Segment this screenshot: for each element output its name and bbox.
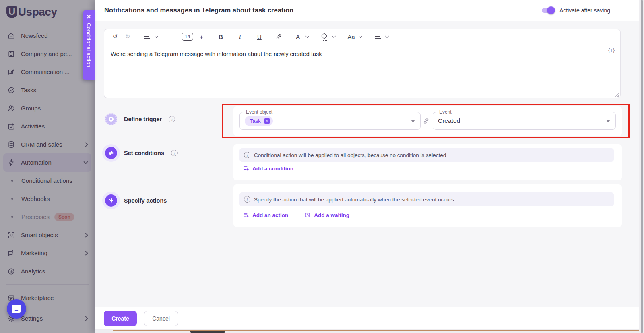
trigger-card: Event object Task ✕ Event Created <box>233 106 622 136</box>
scrollbar-track <box>639 0 644 333</box>
dropdown-arrow-icon <box>411 120 415 122</box>
undo-button[interactable]: ↺ <box>111 32 120 41</box>
create-button[interactable]: Create <box>104 311 137 326</box>
add-action-label: Add an action <box>252 212 288 218</box>
typography-button[interactable]: Aa <box>347 32 355 41</box>
add-condition-button[interactable]: Add a condition <box>243 165 293 172</box>
editor-toolbar: ↺ ↻ − 14 + B I U A Aa <box>104 29 620 44</box>
link-fields-icon <box>423 118 429 124</box>
toggle-knob <box>547 6 555 14</box>
editor-content[interactable]: We're sending a Telegram message with in… <box>104 44 620 98</box>
steps-connector <box>111 127 111 194</box>
step-label: Specify actions <box>124 197 167 204</box>
event-select[interactable]: Event Created <box>433 112 616 130</box>
chevron-down-icon[interactable] <box>359 34 363 38</box>
clock-icon <box>304 212 311 218</box>
add-condition-label: Add a condition <box>252 165 293 172</box>
list-format-button[interactable] <box>373 32 382 41</box>
step-label: Set conditions <box>124 150 164 156</box>
resize-handle[interactable] <box>615 92 619 97</box>
conditional-action-panel: Notifications and messages in Telegram a… <box>95 0 639 333</box>
align-left-button[interactable] <box>142 32 151 41</box>
panel-header: Notifications and messages in Telegram a… <box>95 0 639 21</box>
text-color-button[interactable]: A <box>293 32 302 41</box>
sidebar-dim-overlay <box>0 0 95 333</box>
step-set-conditions: Set conditions <box>105 147 178 159</box>
conditions-banner-text: Conditional action will be applied to al… <box>254 152 446 158</box>
activate-toggle[interactable] <box>542 8 554 13</box>
bold-button[interactable]: B <box>216 32 225 41</box>
align-lines-icon <box>144 35 150 39</box>
event-object-chip[interactable]: Task ✕ <box>245 116 273 126</box>
chevron-down-icon[interactable] <box>332 34 336 38</box>
event-value: Created <box>438 117 460 124</box>
chat-bubble-icon <box>12 305 21 313</box>
info-icon[interactable] <box>171 150 178 156</box>
chevron-down-icon[interactable] <box>385 34 389 38</box>
chip-label: Task <box>250 118 261 124</box>
add-waiting-button[interactable]: Add a waiting <box>304 212 349 218</box>
actions-card: Specify the action that will be applied … <box>233 184 622 227</box>
event-object-select[interactable]: Event object Task ✕ <box>239 112 421 130</box>
chevron-down-icon[interactable] <box>305 34 310 38</box>
event-label: Event <box>437 109 454 115</box>
fill-icon <box>322 34 327 39</box>
event-object-label: Event object <box>244 109 275 115</box>
increase-font-button[interactable]: + <box>197 32 206 41</box>
info-icon[interactable] <box>169 116 175 122</box>
trigger-step-icon <box>105 113 117 125</box>
chevron-down-icon[interactable] <box>155 34 159 38</box>
dropdown-arrow-icon <box>606 120 610 122</box>
actions-banner: Specify the action that will be applied … <box>239 192 614 206</box>
page-title: Notifications and messages in Telegram a… <box>104 6 542 14</box>
editor-text: We're sending a Telegram message with in… <box>111 51 322 57</box>
decrease-font-button[interactable]: − <box>169 32 178 41</box>
conditional-action-drawer-tab[interactable]: ✕ Conditional action <box>83 10 95 80</box>
underline-button[interactable]: U <box>255 32 264 41</box>
close-icon[interactable]: ✕ <box>87 10 91 21</box>
message-editor: ↺ ↻ − 14 + B I U A Aa <box>104 29 621 98</box>
drawer-tab-label: Conditional action <box>86 23 92 68</box>
highlight-color-button[interactable] <box>320 32 329 41</box>
actions-banner-text: Specify the action that will be applied … <box>254 196 454 203</box>
conditions-step-icon <box>105 147 117 159</box>
info-icon <box>244 152 250 158</box>
background-window-fragment <box>190 331 225 333</box>
step-specify-actions: Specify actions <box>105 194 167 207</box>
actions-step-icon <box>105 194 117 207</box>
scrollbar-thumb[interactable] <box>641 0 643 333</box>
add-waiting-label: Add a waiting <box>314 212 349 218</box>
activate-toggle-group: Activate after saving <box>542 7 610 14</box>
step-define-trigger: Define trigger <box>105 113 175 125</box>
cancel-button[interactable]: Cancel <box>144 311 178 326</box>
activate-toggle-label: Activate after saving <box>559 7 610 14</box>
redo-button[interactable]: ↻ <box>123 32 132 41</box>
chip-remove-icon[interactable]: ✕ <box>264 118 270 124</box>
list-plus-icon <box>243 212 249 218</box>
conditions-card: Conditional action will be applied to al… <box>233 144 622 180</box>
italic-button[interactable]: I <box>235 32 244 41</box>
panel-footer: Create Cancel <box>95 307 639 329</box>
insert-variable-button[interactable]: {+} <box>608 48 615 53</box>
conditions-banner: Conditional action will be applied to al… <box>239 148 614 162</box>
info-icon <box>244 196 250 203</box>
insert-link-button[interactable] <box>274 32 283 41</box>
add-action-button[interactable]: Add an action <box>243 212 288 218</box>
justify-lines-icon <box>375 35 381 39</box>
font-size-value[interactable]: 14 <box>182 33 193 41</box>
step-label: Define trigger <box>124 116 162 122</box>
chat-fab-button[interactable] <box>7 299 26 319</box>
list-plus-icon <box>243 165 249 172</box>
